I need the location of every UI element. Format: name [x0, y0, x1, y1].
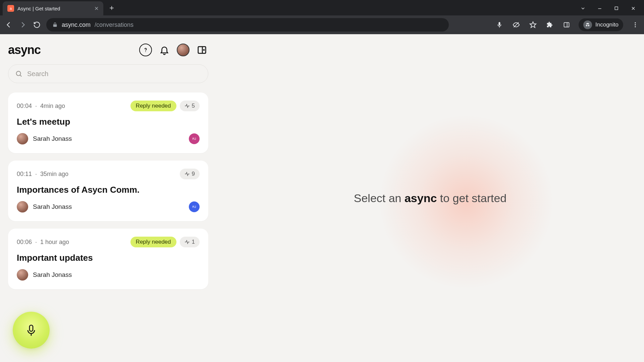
question-icon — [142, 47, 149, 53]
help-button[interactable] — [139, 44, 152, 56]
side-panel-icon[interactable] — [562, 20, 571, 29]
url-path: /conversations — [95, 21, 133, 28]
conversation-card[interactable]: 00:11·35min ago9Importances of Asycn Com… — [8, 161, 208, 221]
app-viewport: async 00:04·4min agoReply needed5Let's m… — [0, 34, 644, 362]
profile-avatar[interactable] — [177, 44, 190, 56]
activity-count: 9 — [192, 171, 195, 177]
conversation-card[interactable]: 00:04·4min agoReply needed5Let's meetupS… — [8, 93, 208, 153]
svg-point-12 — [635, 24, 636, 25]
participant-dot: RJ — [189, 133, 200, 144]
url-host: async.com — [62, 21, 91, 28]
app-logo[interactable]: async — [8, 43, 41, 57]
svg-point-13 — [635, 26, 636, 27]
tab-strip: a Async | Get started ✕ ＋ — [0, 0, 644, 15]
item-age: 35min ago — [40, 171, 68, 178]
pulse-icon — [184, 171, 190, 177]
empty-bold: async — [405, 192, 437, 204]
participant-dot: RJ — [189, 201, 200, 212]
svg-rect-1 — [615, 7, 618, 10]
author-name: Sarah Jonass — [33, 271, 72, 279]
forward-button[interactable] — [18, 20, 28, 29]
reply-needed-badge: Reply needed — [130, 237, 176, 247]
notifications-button[interactable] — [158, 44, 171, 56]
window-controls — [580, 1, 644, 15]
voice-search-icon[interactable] — [495, 20, 504, 29]
author-avatar — [17, 269, 28, 281]
svg-rect-4 — [499, 26, 500, 27]
kebab-menu-icon[interactable] — [631, 20, 640, 29]
back-button[interactable] — [4, 20, 13, 29]
minimize-button[interactable] — [597, 6, 602, 11]
item-age: 4min ago — [40, 103, 65, 110]
author-avatar — [17, 201, 28, 213]
search-input[interactable] — [27, 70, 201, 78]
svg-rect-19 — [30, 325, 33, 331]
svg-point-14 — [145, 51, 146, 52]
pulse-icon — [184, 103, 190, 109]
author-avatar — [17, 133, 28, 144]
eye-off-icon[interactable] — [512, 20, 521, 29]
item-duration: 00:11 — [17, 171, 32, 178]
svg-line-18 — [20, 75, 21, 76]
tab-search-button[interactable] — [580, 6, 586, 11]
incognito-label: Incognito — [595, 21, 619, 28]
new-tab-button[interactable]: ＋ — [103, 3, 120, 13]
close-window-button[interactable] — [631, 6, 636, 11]
activity-count: 5 — [192, 103, 195, 109]
favicon-icon: a — [7, 5, 14, 12]
svg-point-17 — [16, 71, 21, 76]
panel-collapse-icon — [197, 45, 207, 55]
browser-tab[interactable]: a Async | Get started ✕ — [3, 1, 103, 15]
main-pane: Select an async to get started — [216, 34, 644, 362]
maximize-button[interactable] — [614, 6, 619, 11]
close-tab-button[interactable]: ✕ — [94, 5, 99, 12]
item-age: 1 hour ago — [40, 239, 69, 246]
incognito-icon — [583, 20, 592, 29]
tab-title: Async | Get started — [17, 6, 60, 11]
svg-point-11 — [635, 22, 636, 23]
svg-rect-7 — [564, 22, 569, 27]
bell-icon — [159, 45, 169, 55]
browser-toolbar: async.com/conversations Incognito — [0, 15, 644, 34]
incognito-chip[interactable]: Incognito — [579, 18, 623, 31]
empty-state-message: Select an async to get started — [354, 192, 507, 205]
item-duration: 00:06 — [17, 239, 32, 246]
item-duration: 00:04 — [17, 103, 32, 110]
conversation-list: 00:04·4min agoReply needed5Let's meetupS… — [8, 93, 208, 289]
reply-needed-badge: Reply needed — [130, 101, 176, 111]
activity-count-badge: 1 — [180, 237, 200, 247]
extensions-icon[interactable] — [545, 20, 554, 29]
empty-prefix: Select an — [354, 192, 405, 204]
search-icon — [15, 70, 22, 77]
svg-point-9 — [586, 25, 588, 26]
sidebar-header: async — [8, 40, 208, 60]
activity-count-badge: 5 — [180, 101, 200, 111]
activity-count-badge: 9 — [180, 169, 200, 179]
search-field[interactable] — [8, 64, 208, 83]
svg-marker-6 — [530, 22, 536, 27]
empty-suffix: to get started — [437, 192, 506, 204]
bookmark-star-icon[interactable] — [528, 20, 538, 29]
microphone-icon — [24, 323, 38, 337]
svg-point-10 — [588, 25, 590, 26]
collapse-panel-button[interactable] — [196, 44, 208, 56]
conversation-title: Importances of Asycn Comm. — [17, 185, 200, 195]
reload-button[interactable] — [32, 20, 42, 29]
conversation-title: Let's meetup — [17, 117, 200, 127]
conversation-title: Important updates — [17, 253, 200, 263]
lock-icon — [52, 22, 58, 27]
conversation-card[interactable]: 00:06·1 hour agoReply needed1Important u… — [8, 229, 208, 289]
browser-chrome: a Async | Get started ✕ ＋ async.com/conv… — [0, 0, 644, 34]
activity-count: 1 — [192, 239, 195, 245]
author-name: Sarah Jonass — [33, 135, 72, 142]
author-name: Sarah Jonass — [33, 203, 72, 210]
pulse-icon — [184, 239, 190, 245]
record-fab[interactable] — [13, 312, 50, 349]
address-bar[interactable]: async.com/conversations — [46, 18, 449, 32]
